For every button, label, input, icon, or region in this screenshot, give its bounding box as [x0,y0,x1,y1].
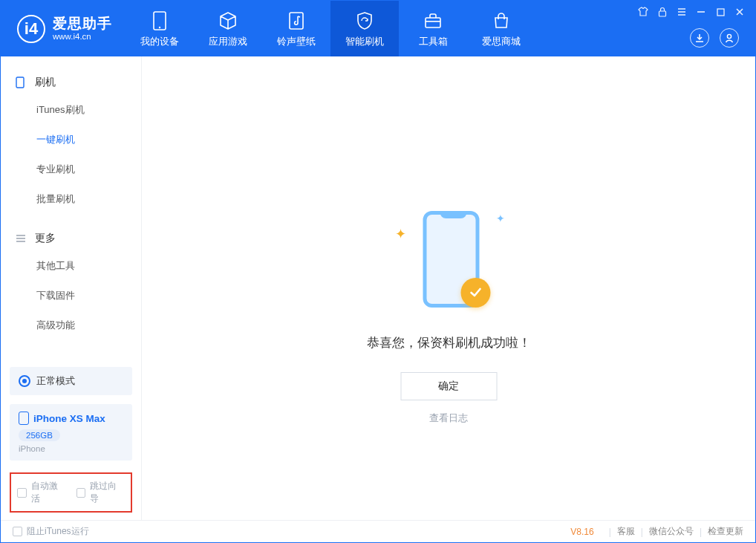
system-buttons [638,1,755,17]
app-subtitle: www.i4.cn [53,32,112,42]
user-button[interactable] [720,28,739,48]
sidebar-item-other-tools[interactable]: 其他工具 [1,251,141,281]
bag-icon [492,10,510,32]
phone-outline-icon [19,412,29,425]
checkbox-icon [17,488,27,498]
checkbox-icon [13,527,22,536]
options-box: 自动激活 跳过向导 [10,472,132,513]
tab-ringtone-wallpaper[interactable]: 铃声壁纸 [262,1,330,56]
sidebar-item-one-key-flash[interactable]: 一键刷机 [1,125,141,155]
footer: 阻止iTunes运行 V8.16 | 客服 | 微信公众号 | 检查更新 [1,520,755,542]
sidebar-category-more: 更多 [1,226,141,251]
svg-rect-4 [426,21,440,22]
tab-smart-flash[interactable]: 智能刷机 [330,1,399,56]
tshirt-icon[interactable] [638,7,648,17]
mode-icon [19,375,30,387]
view-log-link[interactable]: 查看日志 [367,412,531,425]
device-type: iPhone [19,444,123,453]
app-title: 爱思助手 [53,16,112,32]
shield-sync-icon [355,10,374,32]
header-right [638,1,755,56]
mode-text: 正常模式 [36,374,75,388]
checkbox-auto-activate[interactable]: 自动激活 [17,480,66,505]
device-capacity: 256GB [19,429,60,441]
app-logo-icon: i4 [17,15,45,43]
music-note-icon [288,10,304,32]
sidebar: 刷机 iTunes刷机 一键刷机 专业刷机 批量刷机 更多 其他工具 下载固件 … [1,56,142,520]
sparkle-icon: ✦ [496,212,505,224]
footer-link-wechat[interactable]: 微信公众号 [649,525,694,538]
sparkle-icon: ✦ [395,226,406,242]
logo: i4 爱思助手 www.i4.cn [1,1,126,56]
success-message: 恭喜您，保资料刷机成功啦！ [367,334,531,351]
body: 刷机 iTunes刷机 一键刷机 专业刷机 批量刷机 更多 其他工具 下载固件 … [1,56,755,520]
sidebar-item-itunes-flash[interactable]: iTunes刷机 [1,95,141,125]
menu-icon[interactable] [677,7,687,17]
check-badge-icon [460,278,490,308]
svg-point-1 [159,26,160,27]
download-button[interactable] [690,28,709,48]
tab-store[interactable]: 爱思商城 [467,1,535,56]
minimize-button[interactable] [696,7,706,17]
tab-my-device[interactable]: 我的设备 [126,1,194,56]
success-illustration: ✦ ✦ [389,205,508,316]
toolbox-icon [423,10,443,32]
lock-icon[interactable] [657,7,668,17]
sidebar-category-flash: 刷机 [1,70,141,95]
device-icon [16,77,29,88]
sidebar-item-advanced[interactable]: 高级功能 [1,310,141,340]
svg-rect-6 [717,9,724,16]
list-icon [16,234,29,243]
sidebar-item-pro-flash[interactable]: 专业刷机 [1,155,141,184]
footer-link-update[interactable]: 检查更新 [708,525,743,538]
sidebar-item-download-firmware[interactable]: 下载固件 [1,281,141,310]
device-name: iPhone XS Max [33,413,105,424]
svg-rect-2 [290,13,303,29]
close-button[interactable] [734,7,745,17]
svg-rect-3 [426,18,440,27]
svg-rect-8 [16,77,24,88]
maximize-button[interactable] [715,7,726,17]
mode-card[interactable]: 正常模式 [10,367,132,395]
tab-toolbox[interactable]: 工具箱 [399,1,467,56]
confirm-button[interactable]: 确定 [400,372,497,400]
cube-icon [218,10,238,32]
checkbox-block-itunes[interactable]: 阻止iTunes运行 [13,525,89,538]
nav-tabs: 我的设备 应用游戏 铃声壁纸 智能刷机 工具箱 爱思商城 [126,1,535,56]
sidebar-item-batch-flash[interactable]: 批量刷机 [1,184,141,214]
main-content: ✦ ✦ 恭喜您，保资料刷机成功啦！ 确定 查看日志 [142,56,755,520]
footer-link-support[interactable]: 客服 [617,525,635,538]
svg-point-7 [727,34,731,38]
checkbox-icon [76,488,86,498]
phone-icon [153,10,166,32]
tab-apps-games[interactable]: 应用游戏 [194,1,262,56]
app-window: i4 爱思助手 www.i4.cn 我的设备 应用游戏 铃声壁纸 智能刷机 [0,0,756,543]
svg-rect-5 [659,11,666,16]
device-card[interactable]: iPhone XS Max 256GB iPhone [10,404,132,461]
header: i4 爱思助手 www.i4.cn 我的设备 应用游戏 铃声壁纸 智能刷机 [1,1,755,56]
checkbox-skip-guide[interactable]: 跳过向导 [76,480,126,505]
version-text: V8.16 [570,527,593,537]
